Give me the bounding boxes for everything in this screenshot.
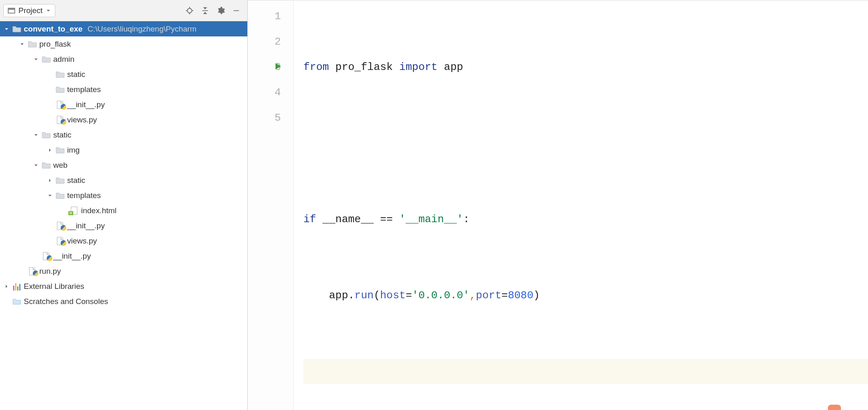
line-number: 1 [248,4,281,29]
scratches-icon [12,298,21,305]
tree-label: __init__.py [67,221,105,230]
folder-icon [56,192,65,199]
tree-row[interactable]: templates [0,188,247,203]
tree-label: views.py [67,115,97,124]
libraries-icon [12,283,21,290]
line-number: 2 [248,29,281,54]
tree-row[interactable]: admin [0,52,247,67]
expand-collapse-icon[interactable] [197,3,213,18]
svg-rect-5 [202,10,208,11]
tree-row[interactable]: static [0,127,247,142]
tree-arrow-icon [3,283,10,290]
python-file-icon [42,252,51,260]
tree-label: static [67,176,85,185]
tree-row[interactable]: img [0,142,247,158]
editor-area: run.py × H index.html × web\__init__.py … [248,0,868,410]
tree-row[interactable]: views.py [0,233,247,248]
tree-row[interactable]: __init__.py [0,218,247,233]
tree-label: web [53,161,68,170]
tree-arrow-icon [33,132,39,138]
tree-label: Scratches and Consoles [24,297,108,306]
tree-arrow-icon [47,177,53,184]
tree-label: img [67,146,80,155]
tree-label: run.py [39,267,61,276]
python-file-icon [28,268,37,275]
minimize-icon[interactable] [228,3,244,18]
folder-icon [56,146,65,154]
watermark-pill: php [828,405,841,410]
folder-icon [56,177,65,184]
project-dropdown-label: Project [18,6,43,15]
project-dropdown[interactable]: Project [3,4,55,17]
tree-path: C:\Users\liuqingzheng\Pycharm [88,25,197,34]
tree-arrow-icon [33,162,39,169]
tree-label: admin [53,55,75,64]
watermark-text: 中文网 [843,405,861,410]
tree-arrow-icon [3,26,10,32]
tree-label: __init__.py [67,100,105,109]
tree-arrow-icon [47,147,53,153]
tree-row[interactable]: web [0,158,247,173]
gear-icon[interactable] [213,3,228,18]
line-number: 4 [248,80,281,105]
folder-icon [42,131,51,139]
html-file-icon: H [70,207,79,214]
tree-label: __init__.py [53,252,91,261]
line-number: 3 [248,54,281,80]
tree-row-scratches[interactable]: Scratches and Consoles [0,294,247,309]
line-number: 5 [248,105,281,131]
tree-row[interactable]: __init__.py [0,97,247,112]
project-icon [8,8,15,14]
tree-row[interactable]: pro_flask [0,36,247,52]
project-toolbar: Project [0,0,247,21]
tree-label: External Libraries [24,282,84,291]
tree-label: index.html [81,206,117,215]
tree-label: templates [67,191,101,200]
tree-label: static [67,70,85,79]
tree-row-root[interactable]: convent_to_exe C:\Users\liuqingzheng\Pyc… [0,21,247,36]
project-panel: Project convent_to_exe C:\Users\liuqingz… [0,0,248,410]
tree-row[interactable]: templates [0,82,247,97]
tree-label: static [53,131,71,140]
run-gutter-icon[interactable] [274,54,282,80]
project-tree: convent_to_exe C:\Users\liuqingzheng\Pyc… [0,21,247,410]
gutter: 1 2 3 4 5 [248,0,294,410]
watermark: php 中文网 [828,405,861,410]
python-file-icon [56,237,65,245]
folder-icon [56,86,65,93]
svg-point-0 [188,8,192,13]
tree-row[interactable]: static [0,67,247,82]
folder-icon [28,41,37,48]
tree-arrow-icon [47,192,53,199]
tree-row[interactable]: views.py [0,112,247,127]
tree-row[interactable]: static [0,173,247,188]
chevron-down-icon [46,6,51,15]
tree-row[interactable]: H index.html [0,203,247,218]
python-file-icon [56,116,65,124]
tree-arrow-icon [33,56,39,63]
code-content[interactable]: from pro_flask import app if __name__ ==… [294,0,868,410]
tree-label: pro_flask [39,40,71,49]
folder-icon [56,71,65,78]
folder-icon [42,162,51,169]
tree-row[interactable]: __init__.py [0,248,247,264]
locate-icon[interactable] [182,3,197,18]
tree-label: templates [67,85,101,94]
tree-label: views.py [67,237,97,246]
tree-arrow-icon [19,41,25,47]
python-file-icon [56,101,65,108]
tree-label: convent_to_exe [24,25,83,34]
folder-icon [12,25,21,33]
folder-icon [42,56,51,63]
python-file-icon [56,222,65,230]
code-editor[interactable]: 1 2 3 4 5 from pro_flask import app if _… [248,0,868,410]
tree-row-external-libraries[interactable]: External Libraries [0,279,247,294]
tree-row[interactable]: run.py [0,264,247,279]
